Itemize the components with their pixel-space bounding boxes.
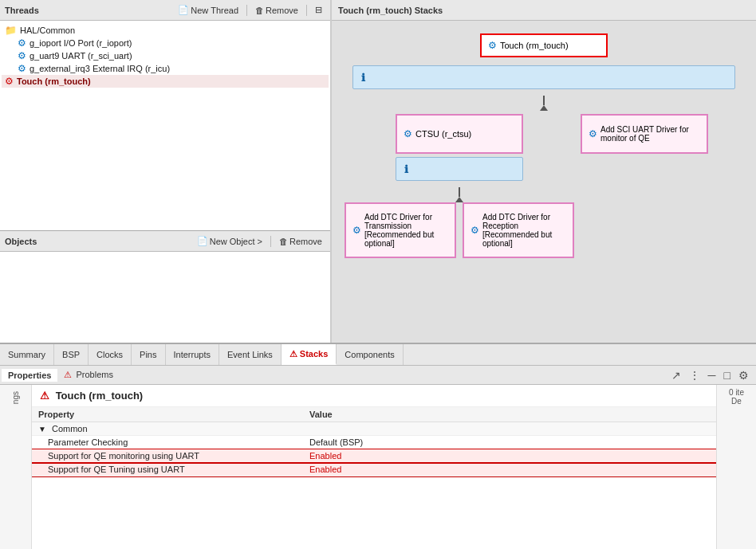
bottom-section: Summary BSP Clocks Pins Interrupts Event… [0, 343, 756, 549]
threads-pane: Threads 📄 New Thread 🗑 Remove [0, 0, 330, 231]
tab-pins[interactable]: Pins [132, 344, 165, 365]
ctsu-line [459, 187, 460, 197]
thread-item-irq[interactable]: ⚙ g_external_irq3 External IRQ (r_icu) [2, 62, 329, 75]
main-container: Threads 📄 New Thread 🗑 Remove [0, 0, 756, 549]
ctsu-info-box: ℹ [396, 157, 523, 181]
objects-pane-actions: 📄 New Object > 🗑 Remove [194, 235, 325, 247]
thread-item-touch[interactable]: ⚙ Touch (rm_touch) [2, 75, 329, 88]
sub-tabs-right: ↗ ⋮ ─ □ ⚙ [669, 368, 754, 382]
sub-tab-properties[interactable]: Properties [2, 369, 57, 382]
prop-col-property: Property [32, 407, 303, 422]
settings2-icon[interactable]: ⚙ [736, 368, 751, 382]
threads-pane-title: Threads [5, 6, 39, 15]
ctsu-connector [455, 187, 463, 202]
ctsu-arrow [455, 197, 463, 202]
prop-qe-monitoring-value[interactable]: Enabled [303, 449, 716, 463]
component-icon: ⚙ [18, 37, 26, 49]
prop-group-label: ▼ Common [32, 422, 716, 436]
touch-stack-label: Touch (rm_touch) [500, 41, 569, 50]
ctsu-stack-box[interactable]: ⚙ CTSU (r_ctsu) [396, 114, 523, 154]
prop-qe-tuning-value[interactable]: Enabled [303, 463, 716, 476]
tab-components[interactable]: Components [337, 344, 403, 365]
touch-icon: ⚙ [5, 76, 14, 87]
component-icon2: ⚙ [18, 50, 26, 61]
sub-tab-problems[interactable]: ⚠ Problems [57, 368, 120, 382]
maximize-button[interactable]: □ [722, 368, 733, 382]
thread-item-ioport[interactable]: ⚙ g_ioport I/O Port (r_ioport) [2, 37, 329, 49]
problems-icon: ⚠ [64, 370, 72, 379]
prop-col-value: Value [303, 407, 716, 422]
objects-remove-icon: 🗑 [279, 237, 288, 246]
objects-pane-content [0, 252, 330, 343]
remove-icon: 🗑 [255, 6, 264, 15]
menu-button[interactable]: ⋮ [687, 368, 703, 382]
prop-warning-icon: ⚠ [40, 390, 49, 402]
threads-remove-button[interactable]: 🗑 Remove [252, 5, 301, 16]
touch-stack-box[interactable]: ⚙ Touch (rm_touch) [480, 33, 608, 57]
tabs-bar: Summary BSP Clocks Pins Interrupts Event… [0, 344, 756, 366]
threads-header-sep2 [306, 5, 307, 16]
component-icon3: ⚙ [18, 63, 26, 74]
dtc-rx-icon: ⚙ [471, 225, 479, 236]
touch-stack-icon: ⚙ [488, 40, 497, 51]
objects-pane: Objects 📄 New Object > 🗑 Remove [0, 231, 330, 343]
left-panel: Threads 📄 New Thread 🗑 Remove [0, 0, 331, 343]
top-section: Threads 📄 New Thread 🗑 Remove [0, 0, 756, 343]
minimize-button[interactable]: ─ [706, 368, 719, 382]
new-object-icon: 📄 [197, 236, 208, 246]
prop-sidebar: ngs [0, 385, 32, 549]
prop-row-qe-tuning[interactable]: Support for QE Tuning using UART Enabled [32, 463, 716, 476]
prop-param-checking-value[interactable]: Default (BSP) [303, 436, 716, 449]
dtc-rx-label: Add DTC Driver for Reception [Recommende… [482, 213, 566, 248]
objects-remove-button[interactable]: 🗑 Remove [276, 236, 325, 247]
tab-interrupts[interactable]: Interrupts [166, 344, 219, 365]
ctsu-col: ⚙ CTSU (r_ctsu) ℹ [345, 114, 574, 258]
threads-expand-button[interactable]: ⊟ [312, 4, 325, 16]
dtc-tx-icon: ⚙ [352, 225, 361, 236]
prop-row-qe-monitoring[interactable]: Support for QE monitoring using UART Ena… [32, 449, 716, 463]
thread-item-uart9[interactable]: ⚙ g_uart9 UART (r_sci_uart) [2, 49, 329, 62]
new-object-button[interactable]: 📄 New Object > [194, 235, 266, 247]
tab-event-links[interactable]: Event Links [219, 344, 282, 365]
tab-summary[interactable]: Summary [0, 344, 54, 365]
connector-line-top [543, 96, 545, 105]
prop-group-common: ▼ Common [32, 422, 716, 436]
arrow-up-top [540, 105, 548, 111]
dtc-row: ⚙ Add DTC Driver for Transmission [Recom… [345, 202, 574, 258]
dtc-rx-box[interactable]: ⚙ Add DTC Driver for Reception [Recommen… [463, 202, 574, 258]
sci-icon: ⚙ [589, 128, 597, 139]
sub-tabs-left: Properties ⚠ Problems [2, 368, 120, 382]
stack-diagram: ⚙ Touch (rm_touch) ℹ [338, 27, 750, 265]
dtc-tx-label: Add DTC Driver for Transmission [Recomme… [364, 213, 448, 248]
top-connector [540, 96, 548, 111]
stacks-content[interactable]: ⚙ Touch (rm_touch) ℹ [332, 21, 756, 343]
new-thread-button[interactable]: 📄 New Thread [175, 4, 242, 16]
prop-sidebar-label: ngs [11, 391, 20, 404]
properties-content: ngs ⚠ Touch (rm_touch) Property Value [0, 385, 756, 549]
expand-icon: ⊟ [315, 5, 322, 15]
objects-pane-header: Objects 📄 New Object > 🗑 Remove [0, 231, 330, 252]
ctsu-label: CTSU (r_ctsu) [415, 129, 471, 139]
prop-row-param-checking[interactable]: Parameter Checking Default (BSP) [32, 436, 716, 449]
right-label: De [731, 397, 742, 406]
sd-top-row: ⚙ Touch (rm_touch) ℹ [345, 33, 743, 111]
folder-icon: 📁 [5, 25, 17, 36]
right-count-panel: 0 ite De [716, 385, 756, 549]
objects-header-sep [270, 236, 271, 247]
threads-pane-header: Threads 📄 New Thread 🗑 Remove [0, 0, 330, 21]
thread-item-hal[interactable]: 📁 HAL/Common [2, 24, 329, 37]
prop-param-checking-label: Parameter Checking [32, 436, 303, 449]
touch-info-box: ℹ [352, 65, 735, 89]
prop-title: ⚠ Touch (rm_touch) [32, 385, 716, 407]
sci-stack-box[interactable]: ⚙ Add SCI UART Driver for monitor of QE [581, 114, 708, 154]
tab-clocks[interactable]: Clocks [89, 344, 132, 365]
prop-qe-monitoring-label: Support for QE monitoring using UART [32, 449, 303, 463]
export-button[interactable]: ↗ [669, 368, 683, 382]
sub-tabs-bar: Properties ⚠ Problems ↗ ⋮ ─ □ ⚙ [0, 366, 756, 385]
stacks-warning-icon: ⚠ [289, 349, 297, 359]
dtc-tx-box[interactable]: ⚙ Add DTC Driver for Transmission [Recom… [345, 202, 456, 258]
touch-stack-col: ⚙ Touch (rm_touch) ℹ [352, 33, 735, 111]
tab-bsp[interactable]: BSP [54, 344, 89, 365]
tab-stacks[interactable]: ⚠ Stacks [282, 344, 337, 365]
threads-pane-content: 📁 HAL/Common ⚙ g_ioport I/O Port (r_iopo… [0, 21, 330, 230]
